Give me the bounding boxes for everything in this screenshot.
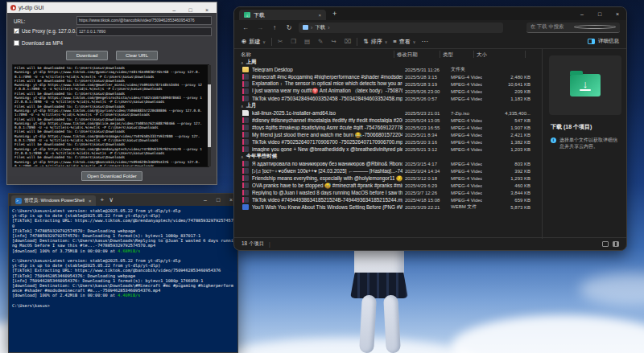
- close-icon[interactable]: ×: [609, 7, 626, 20]
- file-name: Telegram Desktop: [252, 67, 402, 72]
- file-row[interactable]: My friend just stood there and watch me …: [234, 131, 542, 138]
- powershell-tab[interactable]: >_ 管理员: Windows PowerShell ×: [11, 195, 96, 206]
- file-size: 4,335,400...: [482, 111, 530, 116]
- file-row[interactable]: Friendship means everything, especially …: [234, 174, 542, 182]
- forward-icon[interactable]: →: [255, 24, 265, 31]
- back-icon[interactable]: ←: [241, 24, 250, 31]
- file-date: 2025/3/12 0:18: [402, 176, 448, 181]
- view-button[interactable]: ≡ 查看 ∨: [393, 38, 415, 46]
- file-type: MPEG-4 Video: [448, 75, 482, 80]
- column-date-modified[interactable]: 修改日期: [394, 51, 440, 58]
- file-row[interactable]: #minecraft #mc #pcgaming #higherperforma…: [234, 73, 542, 80]
- file-row[interactable]: Я адаптировала по маникюрову без маникюр…: [234, 160, 542, 167]
- file-name: TikTok video #7503428494603352458 -75034…: [252, 96, 402, 101]
- file-date: 2025/5/21 3:12: [402, 147, 448, 152]
- ytdlp-log[interactable]: Files will be downloaded to: C:\Users\ka…: [12, 64, 209, 167]
- paste-icon[interactable]: ▤: [304, 38, 310, 45]
- tab-close-icon[interactable]: ×: [89, 199, 92, 203]
- refresh-icon[interactable]: ↻: [284, 24, 294, 31]
- proxy-checkbox[interactable]: ✓: [14, 28, 19, 34]
- file-name: Explanation： The sensor in optical mice …: [252, 80, 402, 88]
- group-header[interactable]: ∧上周: [234, 59, 542, 66]
- maximize-icon[interactable]: □: [212, 194, 225, 206]
- column-size[interactable]: 大小: [474, 51, 526, 58]
- file-row[interactable]: kali-linux-2025.1c-installer-amd64.iso20…: [234, 109, 542, 117]
- file-row[interactable]: Replying to @Juan I wasted 8 days runnin…: [234, 189, 542, 196]
- file-name: #toys #gifts #makeup #satisfying Asmr #c…: [252, 125, 402, 130]
- maximize-icon[interactable]: □: [184, 7, 197, 13]
- up-icon[interactable]: ↑: [270, 24, 279, 31]
- log-scrollbar[interactable]: [208, 65, 211, 166]
- file-row[interactable]: imagine you gone + New @breathediddly x …: [234, 146, 542, 153]
- file-row[interactable]: TikTok video #7494493863418521524B-74944…: [234, 196, 542, 203]
- folder-icon: [242, 67, 249, 72]
- clear-url-button[interactable]: Clear URL: [116, 51, 158, 60]
- details-pane-toggle[interactable]: 详细信息: [588, 38, 619, 45]
- group-header[interactable]: ∧上月: [234, 102, 542, 109]
- cut-icon[interactable]: ✂: [278, 38, 283, 45]
- group-header[interactable]: ∧今年早些时候: [234, 153, 542, 160]
- copy-icon[interactable]: ❐: [291, 38, 296, 45]
- powershell-output[interactable]: C:\Users\kasus>Latest version: stable@20…: [9, 206, 237, 352]
- proxy-input[interactable]: 127.0.0.1:7890: [76, 27, 212, 36]
- new-tab-icon[interactable]: +: [332, 10, 336, 18]
- delete-icon[interactable]: ⌧: [345, 38, 352, 45]
- tab-dropdown-icon[interactable]: ∨: [109, 196, 114, 203]
- file-name: kali-linux-2025.1c-installer-amd64.iso: [252, 110, 402, 116]
- ytdlp-app-icon: [10, 5, 16, 10]
- file-row[interactable]: [♪|♬]ост~♀♥обмен 100к++♥ [24.03.2025] ←―…: [234, 167, 542, 174]
- column-name[interactable]: 名称: [234, 51, 394, 58]
- new-button[interactable]: ⊕ 新建 ∨: [242, 38, 266, 46]
- explorer-tabbar[interactable]: ↓ 下载 × + – □ ×: [234, 7, 626, 20]
- file-type: MPEG-4 Video: [448, 169, 482, 174]
- group-label: 上周: [246, 59, 257, 66]
- file-row[interactable]: Explanation： The sensor in optical mice …: [234, 80, 542, 88]
- breadcrumb[interactable]: 下载: [315, 24, 325, 31]
- maximize-icon[interactable]: □: [591, 7, 609, 20]
- file-type: MPEG-4 Video: [448, 125, 482, 130]
- minimize-icon[interactable]: –: [167, 7, 180, 13]
- file-row[interactable]: #disney #disneychannel #nostalgia #editf…: [234, 117, 542, 124]
- ytdlp-titlebar[interactable]: yt-dlp GUI – □ ×: [7, 2, 217, 13]
- address-bar[interactable]: › 下载 ›: [299, 23, 503, 33]
- file-row[interactable]: You'll Wish You Knew About This Windows …: [234, 203, 542, 211]
- file-list[interactable]: ∧上周Telegram Desktop2025/5/31 11:26文件夹#mi…: [234, 59, 542, 239]
- open-download-folder-button[interactable]: Open Download Folder: [81, 171, 142, 181]
- file-row[interactable]: Telegram Desktop2025/5/31 11:26文件夹: [234, 66, 542, 73]
- sort-button[interactable]: ⇅ 排序 ∨: [363, 38, 387, 46]
- tab-close-icon[interactable]: ×: [318, 13, 321, 18]
- file-type: MPEG-4 Video: [448, 198, 482, 203]
- file-row[interactable]: #toys #gifts #makeup #satisfying Asmr #c…: [234, 124, 542, 131]
- file-row[interactable]: TikTok video #7502526407170906700 -75025…: [234, 138, 542, 146]
- powershell-titlebar[interactable]: >_ 管理员: Windows PowerShell × + ∨ – □ ×: [9, 194, 237, 206]
- file-row[interactable]: OVA pranks have to be stopped 😅 #minecra…: [234, 182, 542, 189]
- download-button[interactable]: Download: [66, 51, 108, 60]
- file-row[interactable]: I just wanna wear my outfit♈ Ant Animati…: [234, 88, 542, 95]
- search-input[interactable]: 在 下载 中搜索: [526, 23, 620, 33]
- breadcrumb-separator: ›: [328, 25, 329, 31]
- minimize-icon[interactable]: –: [573, 7, 591, 20]
- mp4-checkbox[interactable]: [14, 40, 19, 46]
- more-icon[interactable]: ⋯: [421, 38, 427, 45]
- close-icon[interactable]: ×: [200, 7, 213, 13]
- chevron-down-icon: ∨: [413, 39, 416, 44]
- list-view-icon[interactable]: [602, 241, 609, 247]
- download-mp4-row: Download as MP4: [14, 40, 63, 46]
- file-name: imagine you gone + New @breathediddly x …: [252, 146, 402, 152]
- terminal-line: [download] Destination: C:\Users\kasus\D…: [12, 238, 234, 248]
- column-type[interactable]: 类型: [440, 51, 474, 58]
- file-name: Friendship means everything, especially …: [252, 175, 402, 182]
- large-icons-view-icon[interactable]: [613, 241, 619, 247]
- file-size: 392 KB: [482, 169, 530, 174]
- url-input[interactable]: https://www.tiktok.com/@bancobik/video/7…: [76, 16, 212, 25]
- powershell-icon: >_: [15, 198, 22, 204]
- explorer-tab-downloads[interactable]: ↓ 下载 ×: [239, 10, 326, 20]
- video-icon: [242, 132, 249, 138]
- file-size: 2,421 KB: [482, 133, 530, 138]
- file-row[interactable]: TikTok video #7503428494603352458 -75034…: [234, 95, 542, 102]
- minimize-icon[interactable]: –: [199, 194, 212, 206]
- new-tab-icon[interactable]: +: [101, 196, 105, 203]
- rename-icon[interactable]: ✎: [318, 38, 323, 45]
- share-icon[interactable]: ↪: [331, 38, 336, 45]
- file-type: MPEG-4 Video: [448, 133, 482, 138]
